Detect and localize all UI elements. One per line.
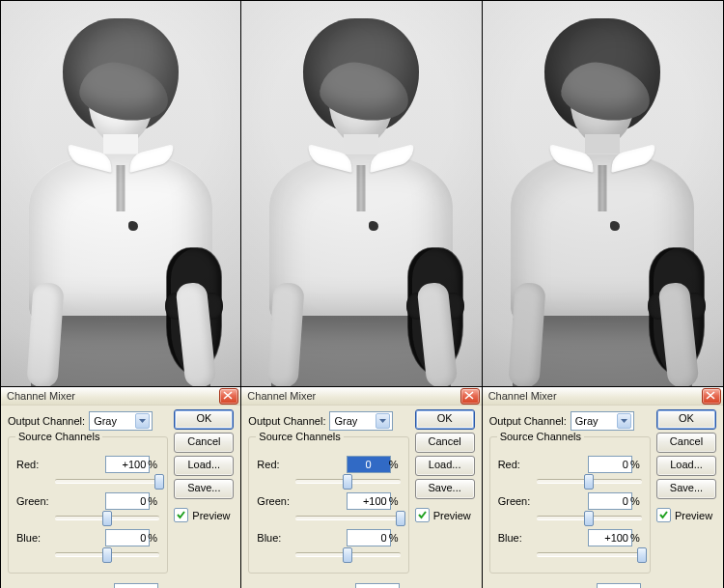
channel-slider[interactable] xyxy=(537,511,642,524)
titlebar[interactable]: Channel Mixer xyxy=(483,387,723,406)
channel-slider[interactable] xyxy=(55,474,159,488)
percent-label: % xyxy=(148,459,159,470)
percent-label: % xyxy=(630,459,642,470)
channel-mixer-dialog: Channel MixerOKCancelLoad...Save...Previ… xyxy=(241,386,481,588)
percent-label: % xyxy=(389,459,401,470)
channel-label: Green: xyxy=(16,495,55,507)
source-row: Red:0% xyxy=(257,456,400,473)
preview-checkbox[interactable] xyxy=(656,508,671,522)
titlebar[interactable]: Channel Mixer xyxy=(1,387,240,406)
ok-button[interactable]: OK xyxy=(415,409,475,430)
preview-checkbox[interactable] xyxy=(415,508,430,522)
close-icon[interactable] xyxy=(219,388,238,405)
load-button[interactable]: Load... xyxy=(656,456,716,476)
channel-label: Red: xyxy=(257,459,295,470)
chevron-down-icon xyxy=(376,413,390,429)
percent-label: % xyxy=(630,532,642,544)
constant-row: Constant:0% xyxy=(8,583,168,588)
channel-value-input[interactable]: 0 xyxy=(588,456,632,473)
close-icon[interactable] xyxy=(702,388,721,405)
comparison-panel: Channel MixerOKCancelLoad...Save...Previ… xyxy=(241,1,482,587)
channel-label: Red: xyxy=(498,459,537,470)
channel-slider[interactable] xyxy=(295,547,400,561)
output-channel-select[interactable]: Gray xyxy=(329,411,393,431)
source-channels-legend: Source Channels xyxy=(15,431,102,442)
source-row: Red:0% xyxy=(498,456,642,473)
channel-label: Blue: xyxy=(257,532,295,544)
source-row: Blue:0% xyxy=(16,529,159,546)
save-button[interactable]: Save... xyxy=(656,479,716,499)
channel-label: Green: xyxy=(498,495,537,507)
cancel-button[interactable]: Cancel xyxy=(174,433,234,453)
channel-slider[interactable] xyxy=(537,474,642,488)
percent-label: % xyxy=(389,532,401,544)
load-button[interactable]: Load... xyxy=(415,456,475,476)
save-button[interactable]: Save... xyxy=(415,479,475,499)
dialog-title: Channel Mixer xyxy=(247,390,459,402)
source-row: Green:+100% xyxy=(257,492,400,510)
channel-label: Green: xyxy=(257,495,295,507)
source-row: Green:0% xyxy=(498,492,642,510)
output-channel-select[interactable]: Gray xyxy=(571,411,634,431)
output-channel-label: Output Channel: xyxy=(248,415,325,427)
channel-value-input[interactable]: +100 xyxy=(105,456,150,473)
dialog-title: Channel Mixer xyxy=(488,390,702,402)
source-channels-group: Source ChannelsRed:0%Green:+100%Blue:0% xyxy=(248,436,408,574)
preview-checkbox[interactable] xyxy=(174,508,188,522)
chevron-down-icon xyxy=(135,413,150,429)
output-channel-label: Output Channel: xyxy=(8,415,85,427)
ok-button[interactable]: OK xyxy=(174,409,234,430)
preview-label: Preview xyxy=(192,510,230,521)
channel-slider[interactable] xyxy=(55,511,159,524)
titlebar[interactable]: Channel Mixer xyxy=(241,387,481,406)
source-channels-group: Source ChannelsRed:0%Green:0%Blue:+100% xyxy=(489,436,651,574)
dialog-title: Channel Mixer xyxy=(7,390,219,402)
channel-value-input[interactable]: 0 xyxy=(588,492,632,510)
output-channel-select[interactable]: Gray xyxy=(89,411,153,431)
channel-slider[interactable] xyxy=(537,547,642,561)
source-channels-legend: Source Channels xyxy=(497,431,584,442)
preview-image xyxy=(1,1,240,386)
channel-value-input[interactable]: 0 xyxy=(347,529,391,546)
output-channel-value: Gray xyxy=(575,415,617,427)
channel-value-input[interactable]: +100 xyxy=(588,529,632,546)
output-channel-value: Gray xyxy=(334,415,376,427)
source-row: Green:0% xyxy=(16,492,159,510)
load-button[interactable]: Load... xyxy=(174,456,234,476)
constant-value-input[interactable]: 0 xyxy=(114,583,158,588)
channel-value-input[interactable]: 0 xyxy=(105,529,150,546)
preview-label: Preview xyxy=(675,510,712,521)
dialog-body: OKCancelLoad...Save...PreviewOutput Chan… xyxy=(1,406,240,588)
channel-value-input[interactable]: 0 xyxy=(105,492,150,510)
comparison-panel: Channel MixerOKCancelLoad...Save...Previ… xyxy=(1,1,241,587)
channel-value-input[interactable]: +100 xyxy=(347,492,391,510)
constant-value-input[interactable]: 0 xyxy=(355,583,400,588)
channel-value-input[interactable]: 0 xyxy=(347,456,391,473)
output-channel-label: Output Channel: xyxy=(489,415,567,427)
constant-value-input[interactable]: 0 xyxy=(597,583,641,588)
channel-slider[interactable] xyxy=(295,474,400,488)
source-row: Blue:+100% xyxy=(498,529,642,546)
percent-label: % xyxy=(630,495,642,507)
close-icon[interactable] xyxy=(460,388,480,405)
save-button[interactable]: Save... xyxy=(174,479,234,499)
percent-label: % xyxy=(389,495,401,507)
source-channels-legend: Source Channels xyxy=(256,431,343,442)
cancel-button[interactable]: Cancel xyxy=(415,433,475,453)
channel-label: Red: xyxy=(16,459,55,470)
preview-image xyxy=(241,1,481,386)
channel-slider[interactable] xyxy=(295,511,400,524)
constant-row: Constant:0% xyxy=(489,583,651,588)
preview-label: Preview xyxy=(433,510,471,521)
cancel-button[interactable]: Cancel xyxy=(656,433,716,453)
channel-mixer-dialog: Channel MixerOKCancelLoad...Save...Previ… xyxy=(483,386,723,588)
ok-button[interactable]: OK xyxy=(656,409,716,430)
channel-mixer-dialog: Channel MixerOKCancelLoad...Save...Previ… xyxy=(1,386,240,588)
source-row: Blue:0% xyxy=(257,529,400,546)
channel-slider[interactable] xyxy=(55,547,159,561)
source-row: Red:+100% xyxy=(16,456,159,473)
dialog-body: OKCancelLoad...Save...PreviewOutput Chan… xyxy=(241,406,481,588)
channel-label: Blue: xyxy=(16,532,55,544)
chevron-down-icon xyxy=(617,413,631,429)
constant-row: Constant:0% xyxy=(248,583,408,588)
